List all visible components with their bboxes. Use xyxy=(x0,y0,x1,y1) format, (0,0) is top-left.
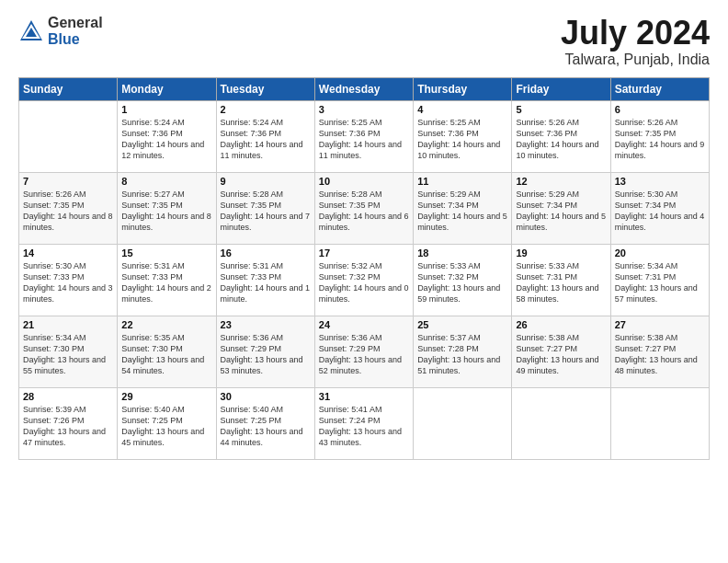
calendar-cell: 5Sunrise: 5:26 AMSunset: 7:36 PMDaylight… xyxy=(512,100,610,172)
day-number: 20 xyxy=(615,247,705,259)
day-number: 25 xyxy=(417,319,507,330)
cell-details: Sunrise: 5:37 AMSunset: 7:28 PMDaylight:… xyxy=(417,332,507,377)
calendar-cell: 29Sunrise: 5:40 AMSunset: 7:25 PMDayligh… xyxy=(118,387,216,459)
header-wednesday: Wednesday xyxy=(314,77,413,100)
cell-details: Sunrise: 5:28 AMSunset: 7:35 PMDaylight:… xyxy=(221,189,311,234)
page-header: General Blue July 2024 Talwara, Punjab, … xyxy=(18,15,710,68)
calendar-cell: 28Sunrise: 5:39 AMSunset: 7:26 PMDayligh… xyxy=(19,387,118,459)
cell-details: Sunrise: 5:40 AMSunset: 7:25 PMDaylight:… xyxy=(221,404,311,449)
cell-details: Sunrise: 5:32 AMSunset: 7:32 PMDaylight:… xyxy=(319,260,409,305)
calendar-cell xyxy=(414,387,512,459)
calendar-cell: 13Sunrise: 5:30 AMSunset: 7:34 PMDayligh… xyxy=(610,172,709,244)
cell-details: Sunrise: 5:41 AMSunset: 7:24 PMDaylight:… xyxy=(319,404,409,449)
day-number: 6 xyxy=(615,104,705,115)
calendar-cell: 14Sunrise: 5:30 AMSunset: 7:33 PMDayligh… xyxy=(19,244,118,316)
header-friday: Friday xyxy=(512,77,610,100)
calendar-cell: 3Sunrise: 5:25 AMSunset: 7:36 PMDaylight… xyxy=(314,100,413,172)
calendar-cell xyxy=(512,387,610,459)
cell-details: Sunrise: 5:26 AMSunset: 7:36 PMDaylight:… xyxy=(516,117,606,162)
week-row-3: 14Sunrise: 5:30 AMSunset: 7:33 PMDayligh… xyxy=(19,244,710,316)
calendar-cell: 27Sunrise: 5:38 AMSunset: 7:27 PMDayligh… xyxy=(610,316,709,387)
cell-details: Sunrise: 5:31 AMSunset: 7:33 PMDaylight:… xyxy=(221,260,311,305)
cell-details: Sunrise: 5:26 AMSunset: 7:35 PMDaylight:… xyxy=(615,117,705,162)
calendar-cell: 1Sunrise: 5:24 AMSunset: 7:36 PMDaylight… xyxy=(118,100,216,172)
day-number: 12 xyxy=(516,176,606,187)
header-saturday: Saturday xyxy=(610,77,709,100)
calendar-cell: 26Sunrise: 5:38 AMSunset: 7:27 PMDayligh… xyxy=(512,316,610,387)
calendar-cell: 15Sunrise: 5:31 AMSunset: 7:33 PMDayligh… xyxy=(118,244,216,316)
calendar-cell: 30Sunrise: 5:40 AMSunset: 7:25 PMDayligh… xyxy=(216,387,314,459)
day-number: 21 xyxy=(23,319,113,330)
day-number: 9 xyxy=(221,176,311,187)
day-number: 22 xyxy=(121,319,211,330)
day-number: 11 xyxy=(417,176,507,187)
calendar-cell xyxy=(610,387,709,459)
logo-general: General xyxy=(48,15,103,31)
header-thursday: Thursday xyxy=(414,77,512,100)
calendar-cell: 9Sunrise: 5:28 AMSunset: 7:35 PMDaylight… xyxy=(216,172,314,244)
day-number: 18 xyxy=(417,247,507,259)
logo-blue: Blue xyxy=(48,31,103,48)
cell-details: Sunrise: 5:40 AMSunset: 7:25 PMDaylight:… xyxy=(121,404,211,449)
header-row: SundayMondayTuesdayWednesdayThursdayFrid… xyxy=(19,77,710,100)
cell-details: Sunrise: 5:24 AMSunset: 7:36 PMDaylight:… xyxy=(221,117,311,162)
calendar-cell: 4Sunrise: 5:25 AMSunset: 7:36 PMDaylight… xyxy=(414,100,512,172)
day-number: 5 xyxy=(516,104,606,115)
week-row-1: 1Sunrise: 5:24 AMSunset: 7:36 PMDaylight… xyxy=(19,100,710,172)
header-monday: Monday xyxy=(118,77,216,100)
day-number: 2 xyxy=(221,104,311,115)
header-sunday: Sunday xyxy=(19,77,118,100)
calendar-cell: 18Sunrise: 5:33 AMSunset: 7:32 PMDayligh… xyxy=(414,244,512,316)
day-number: 10 xyxy=(319,176,409,187)
cell-details: Sunrise: 5:27 AMSunset: 7:35 PMDaylight:… xyxy=(121,189,211,234)
day-number: 3 xyxy=(319,104,409,115)
day-number: 13 xyxy=(615,176,705,187)
calendar-cell: 25Sunrise: 5:37 AMSunset: 7:28 PMDayligh… xyxy=(414,316,512,387)
day-number: 29 xyxy=(121,391,211,402)
cell-details: Sunrise: 5:34 AMSunset: 7:30 PMDaylight:… xyxy=(23,332,113,377)
cell-details: Sunrise: 5:30 AMSunset: 7:33 PMDaylight:… xyxy=(23,260,113,305)
week-row-5: 28Sunrise: 5:39 AMSunset: 7:26 PMDayligh… xyxy=(19,387,710,459)
day-number: 16 xyxy=(221,247,311,259)
cell-details: Sunrise: 5:28 AMSunset: 7:35 PMDaylight:… xyxy=(319,189,409,234)
title-block: July 2024 Talwara, Punjab, India xyxy=(561,15,710,68)
day-number: 28 xyxy=(23,391,113,402)
calendar-title: July 2024 xyxy=(561,15,710,52)
cell-details: Sunrise: 5:39 AMSunset: 7:26 PMDaylight:… xyxy=(23,404,113,449)
cell-details: Sunrise: 5:24 AMSunset: 7:36 PMDaylight:… xyxy=(121,117,211,162)
cell-details: Sunrise: 5:33 AMSunset: 7:31 PMDaylight:… xyxy=(516,260,606,305)
calendar-cell: 7Sunrise: 5:26 AMSunset: 7:35 PMDaylight… xyxy=(19,172,118,244)
day-number: 27 xyxy=(615,319,705,330)
logo: General Blue xyxy=(18,15,103,47)
calendar-cell: 31Sunrise: 5:41 AMSunset: 7:24 PMDayligh… xyxy=(314,387,413,459)
day-number: 14 xyxy=(23,247,113,259)
calendar-cell: 22Sunrise: 5:35 AMSunset: 7:30 PMDayligh… xyxy=(118,316,216,387)
day-number: 19 xyxy=(516,247,606,259)
calendar-cell: 2Sunrise: 5:24 AMSunset: 7:36 PMDaylight… xyxy=(216,100,314,172)
calendar-cell: 12Sunrise: 5:29 AMSunset: 7:34 PMDayligh… xyxy=(512,172,610,244)
day-number: 26 xyxy=(516,319,606,330)
logo-text: General Blue xyxy=(48,15,103,47)
day-number: 1 xyxy=(121,104,211,115)
day-number: 24 xyxy=(319,319,409,330)
calendar-location: Talwara, Punjab, India xyxy=(561,52,710,68)
calendar-table: SundayMondayTuesdayWednesdayThursdayFrid… xyxy=(18,77,710,460)
calendar-cell: 10Sunrise: 5:28 AMSunset: 7:35 PMDayligh… xyxy=(314,172,413,244)
header-tuesday: Tuesday xyxy=(216,77,314,100)
day-number: 4 xyxy=(417,104,507,115)
cell-details: Sunrise: 5:38 AMSunset: 7:27 PMDaylight:… xyxy=(615,332,705,377)
day-number: 7 xyxy=(23,176,113,187)
calendar-cell: 8Sunrise: 5:27 AMSunset: 7:35 PMDaylight… xyxy=(118,172,216,244)
week-row-2: 7Sunrise: 5:26 AMSunset: 7:35 PMDaylight… xyxy=(19,172,710,244)
cell-details: Sunrise: 5:36 AMSunset: 7:29 PMDaylight:… xyxy=(221,332,311,377)
calendar-page: General Blue July 2024 Talwara, Punjab, … xyxy=(0,0,728,563)
cell-details: Sunrise: 5:35 AMSunset: 7:30 PMDaylight:… xyxy=(121,332,211,377)
day-number: 15 xyxy=(121,247,211,259)
cell-details: Sunrise: 5:36 AMSunset: 7:29 PMDaylight:… xyxy=(319,332,409,377)
cell-details: Sunrise: 5:38 AMSunset: 7:27 PMDaylight:… xyxy=(516,332,606,377)
cell-details: Sunrise: 5:34 AMSunset: 7:31 PMDaylight:… xyxy=(615,260,705,305)
calendar-cell: 17Sunrise: 5:32 AMSunset: 7:32 PMDayligh… xyxy=(314,244,413,316)
cell-details: Sunrise: 5:25 AMSunset: 7:36 PMDaylight:… xyxy=(319,117,409,162)
calendar-cell: 21Sunrise: 5:34 AMSunset: 7:30 PMDayligh… xyxy=(19,316,118,387)
cell-details: Sunrise: 5:26 AMSunset: 7:35 PMDaylight:… xyxy=(23,189,113,234)
